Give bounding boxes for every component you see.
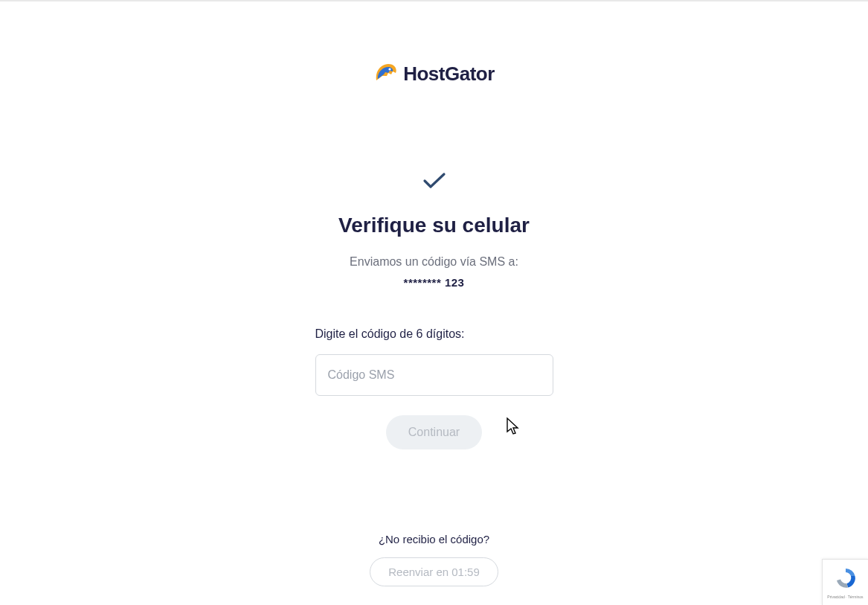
brand-name: HostGator bbox=[403, 63, 495, 86]
resend-button[interactable]: Reenviar en 01:59 bbox=[370, 557, 498, 586]
no-code-text: ¿No recibio el código? bbox=[379, 533, 489, 545]
svg-point-0 bbox=[389, 68, 391, 70]
masked-phone: ******** 123 bbox=[404, 276, 465, 289]
subtitle-text: Enviamos un código vía SMS a: bbox=[350, 255, 518, 269]
sms-code-input[interactable] bbox=[315, 354, 553, 396]
page-title: Verifique su celular bbox=[338, 214, 530, 237]
check-icon bbox=[422, 172, 446, 193]
page-container: HostGator Verifique su celular Enviamos … bbox=[0, 1, 868, 586]
code-input-label: Digite el código de 6 dígitos: bbox=[315, 327, 553, 341]
gator-icon bbox=[373, 61, 399, 86]
recaptcha-terms: Privacidad · Términos bbox=[827, 595, 863, 599]
continue-button[interactable]: Continuar bbox=[386, 415, 482, 449]
recaptcha-badge[interactable]: Privacidad · Términos bbox=[822, 559, 868, 605]
brand-logo: HostGator bbox=[373, 61, 495, 86]
recaptcha-icon bbox=[834, 566, 858, 593]
